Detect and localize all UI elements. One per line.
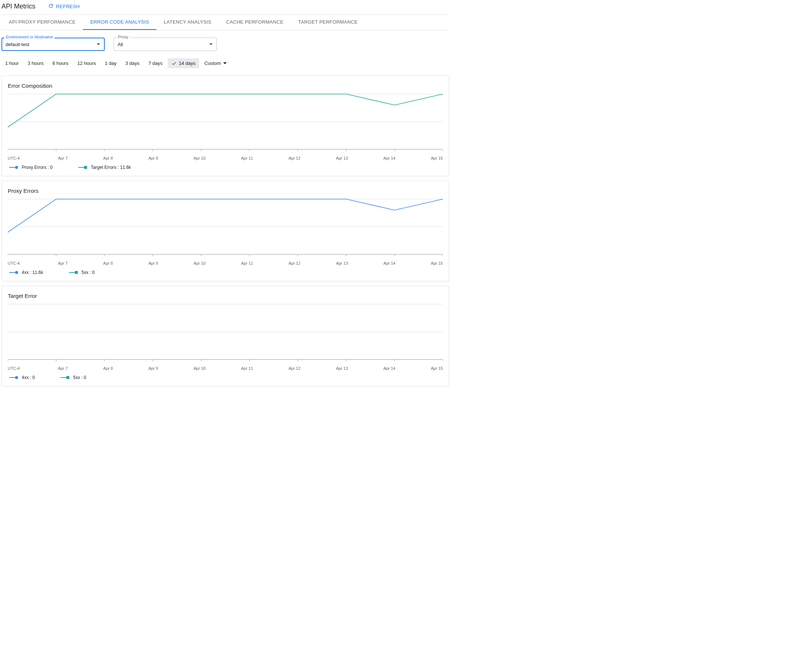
range-label: 6 hours (52, 61, 68, 66)
range-label: 1 hour (5, 61, 19, 66)
range-1-hour[interactable]: 1 hour (2, 58, 22, 68)
chart-title: Target Error (8, 293, 443, 299)
legend-swatch (78, 166, 87, 169)
axis-tick: Apr 14 (383, 366, 395, 371)
range-label: 14 days (179, 61, 196, 66)
tab-api-proxy-performance[interactable]: API PROXY PERFORMANCE (2, 15, 83, 30)
chart-plot (8, 197, 443, 260)
axis-tick: Apr 7 (58, 156, 67, 160)
axis-tick: Apr 15 (431, 156, 443, 160)
axis-tick: Apr 12 (288, 156, 300, 160)
axis-tick: Apr 10 (193, 366, 206, 371)
range-label: 3 hours (28, 61, 44, 66)
range-6-hours[interactable]: 6 hours (49, 58, 72, 68)
range-3-days[interactable]: 3 days (122, 58, 143, 68)
axis-tick: Apr 12 (288, 261, 300, 265)
legend-item[interactable]: 5xx : 0 (69, 270, 94, 275)
legend-label: 5xx : 0 (81, 270, 94, 275)
chevron-down-icon (209, 44, 213, 45)
legend-label: 4xx : 11.6k (22, 270, 43, 275)
axis-tick: Apr 8 (103, 156, 113, 160)
environment-field[interactable]: Environment or Hostname default-test (2, 37, 105, 51)
chart-plot (8, 302, 443, 364)
axis-tick: Apr 13 (336, 261, 348, 265)
range-12-hours[interactable]: 12 hours (74, 58, 100, 68)
range-1-day[interactable]: 1 day (101, 58, 120, 68)
axis-tick: Apr 8 (103, 261, 113, 265)
environment-label: Environment or Hostname (5, 35, 55, 39)
range-label: 12 hours (78, 61, 96, 66)
tabs: API PROXY PERFORMANCEERROR CODE ANALYSIS… (2, 14, 449, 30)
chevron-down-icon (97, 44, 100, 45)
range-7-days[interactable]: 7 days (145, 58, 166, 68)
chart-card-error_composition: Error CompositionUTC-4Apr 7Apr 8Apr 9Apr… (2, 76, 449, 176)
axis-tick: Apr 9 (148, 261, 158, 265)
chart-card-target_error: Target ErrorUTC-4Apr 7Apr 8Apr 9Apr 10Ap… (2, 286, 449, 386)
legend: Proxy Errors : 0Target Errors : 11.6k (8, 163, 443, 172)
legend-label: Proxy Errors : 0 (22, 165, 52, 170)
legend-label: 5xx : 0 (73, 375, 86, 380)
x-axis: UTC-4Apr 7Apr 8Apr 9Apr 10Apr 11Apr 12Ap… (8, 260, 443, 268)
axis-tick: Apr 11 (241, 261, 253, 265)
legend: 4xx : 11.6k5xx : 0 (8, 268, 443, 277)
legend-swatch (9, 271, 18, 274)
legend-label: 4xx : 0 (22, 375, 35, 380)
legend-label: Target Errors : 11.6k (91, 165, 131, 170)
axis-tick: UTC-4 (8, 261, 22, 265)
axis-tick: Apr 13 (336, 366, 348, 371)
legend: 4xx : 05xx : 0 (8, 374, 443, 382)
axis-tick: UTC-4 (8, 366, 22, 371)
range-label: 7 days (148, 61, 162, 66)
legend-item[interactable]: 4xx : 0 (9, 375, 35, 380)
chart-title: Proxy Errors (8, 188, 443, 194)
axis-tick: Apr 14 (383, 156, 395, 160)
x-axis: UTC-4Apr 7Apr 8Apr 9Apr 10Apr 11Apr 12Ap… (8, 364, 443, 374)
axis-tick: Apr 7 (58, 366, 67, 371)
chart-title: Error Composition (8, 83, 443, 89)
legend-swatch (69, 271, 78, 274)
range-label: 1 day (105, 61, 117, 66)
environment-value: default-test (6, 42, 29, 47)
chart-card-proxy_errors: Proxy ErrorsUTC-4Apr 7Apr 8Apr 9Apr 10Ap… (2, 181, 449, 281)
legend-item[interactable]: Proxy Errors : 0 (9, 165, 52, 170)
refresh-label: REFRESH (56, 4, 79, 9)
axis-tick: Apr 15 (431, 261, 443, 265)
refresh-button[interactable]: REFRESH (46, 2, 82, 11)
proxy-value: All (118, 42, 123, 47)
range-3-hours[interactable]: 3 hours (24, 58, 47, 68)
tab-target-performance[interactable]: TARGET PERFORMANCE (291, 15, 365, 30)
time-range-row: 1 hour3 hours6 hours12 hours1 day3 days7… (2, 53, 449, 71)
range-label: 3 days (125, 61, 139, 66)
axis-tick: Apr 10 (193, 156, 206, 160)
axis-tick: Apr 14 (383, 261, 395, 265)
tab-cache-performance[interactable]: CACHE PERFORMANCE (219, 15, 291, 30)
x-axis: UTC-4Apr 7Apr 8Apr 9Apr 10Apr 11Apr 12Ap… (8, 154, 443, 163)
range-14-days[interactable]: 14 days (168, 58, 199, 68)
legend-swatch (9, 166, 18, 169)
axis-tick: Apr 7 (58, 261, 67, 265)
legend-item[interactable]: 4xx : 11.6k (9, 270, 43, 275)
axis-tick: Apr 9 (148, 156, 158, 160)
legend-item[interactable]: 5xx : 0 (61, 375, 86, 380)
range-custom[interactable]: Custom (201, 58, 231, 68)
range-label: Custom (204, 61, 221, 66)
chart-plot (8, 92, 443, 154)
chevron-down-icon (223, 62, 227, 64)
refresh-icon (48, 3, 56, 10)
axis-tick: Apr 11 (241, 366, 253, 371)
axis-tick: Apr 15 (431, 366, 443, 371)
legend-swatch (9, 376, 18, 379)
legend-item[interactable]: Target Errors : 11.6k (78, 165, 131, 170)
axis-tick: Apr 13 (336, 156, 348, 160)
proxy-label: Proxy (117, 35, 130, 39)
tab-latency-analysis[interactable]: LATENCY ANALYSIS (156, 15, 219, 30)
axis-tick: Apr 11 (241, 156, 253, 160)
legend-swatch (61, 376, 69, 379)
axis-tick: Apr 10 (193, 261, 206, 265)
axis-tick: Apr 8 (103, 366, 113, 371)
tab-error-code-analysis[interactable]: ERROR CODE ANALYSIS (83, 15, 156, 30)
axis-tick: Apr 9 (148, 366, 158, 371)
axis-tick: Apr 12 (288, 366, 300, 371)
proxy-field[interactable]: Proxy All (114, 37, 217, 51)
check-icon (171, 61, 177, 66)
